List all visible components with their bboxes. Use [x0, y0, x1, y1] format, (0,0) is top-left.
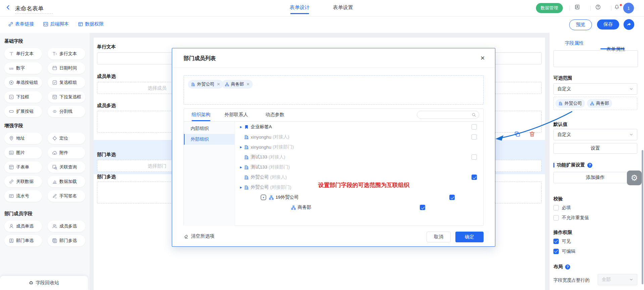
default-value-select[interactable]: 自定义: [553, 129, 637, 140]
close-icon[interactable]: ✕: [480, 55, 485, 62]
caret-right-icon[interactable]: ▶: [239, 126, 243, 129]
field-item-dropdown[interactable]: 下拉框: [4, 91, 42, 103]
tree-row[interactable]: ▶ 企业标签A: [239, 122, 484, 132]
confirm-button[interactable]: 确定: [455, 232, 484, 242]
remove-tag-icon[interactable]: ✕: [246, 82, 250, 87]
tree-row[interactable]: ▼ 19外贸公司: [239, 192, 484, 202]
field-width-select[interactable]: 全部: [598, 274, 637, 285]
field-item-address[interactable]: 地址: [4, 133, 42, 144]
field-item-single-line-text[interactable]: 单行文本: [4, 48, 42, 59]
contacts-icon[interactable]: [575, 4, 580, 10]
caret-right-icon[interactable]: ▶: [239, 146, 243, 149]
add-action-button[interactable]: 添加操作: [553, 172, 637, 183]
tag-label: 商务部: [596, 100, 609, 106]
avatar[interactable]: 1: [623, 3, 634, 13]
checkbox[interactable]: [553, 215, 559, 221]
field-item-number[interactable]: 123数字: [4, 62, 42, 74]
selected-tag-company[interactable]: 外贸公司✕: [188, 80, 223, 89]
field-item-image[interactable]: 图片: [4, 147, 42, 158]
tree-checkbox[interactable]: [472, 134, 477, 140]
panel-scrollbar[interactable]: [642, 150, 643, 284]
field-item-radio-group[interactable]: 单选按钮组: [4, 77, 42, 88]
clear-selection-button[interactable]: 清空所选项: [184, 233, 214, 239]
form-toolbar: 表单链接 后端脚本 数据权限 预览 保存: [0, 16, 644, 33]
search-input[interactable]: [417, 111, 479, 119]
field-item-dropdown-multi[interactable]: 下拉复选框: [48, 91, 85, 103]
field-item-signature[interactable]: 手写签名: [48, 190, 85, 202]
tab-form-design[interactable]: 表单设计: [290, 4, 310, 11]
delete-field-icon[interactable]: [529, 131, 535, 137]
checkbox[interactable]: [553, 239, 559, 244]
caret-right-icon[interactable]: ▶: [239, 166, 243, 169]
form-title[interactable]: 未命名表单: [15, 5, 44, 12]
tab-external-contacts[interactable]: 外部联系人: [225, 112, 248, 118]
help-icon[interactable]: [595, 4, 601, 10]
help-circle-icon[interactable]: ?: [565, 264, 570, 270]
caret-expanded-icon[interactable]: ▼: [261, 195, 266, 200]
field-item-checkbox-group[interactable]: 复选框组: [48, 77, 85, 88]
range-tag-dept[interactable]: 商务部: [587, 99, 612, 108]
field-item-multi-line-text[interactable]: 多行文本: [48, 48, 85, 59]
editable-checkbox-row[interactable]: 可编辑: [553, 248, 576, 254]
field-item-link-query[interactable]: 关联查询: [48, 161, 85, 173]
field-item-link-data[interactable]: 关联数据: [4, 176, 42, 187]
help-circle-icon[interactable]: ?: [587, 163, 592, 168]
tree-checkbox[interactable]: [449, 195, 455, 200]
gear-settings-button[interactable]: ⚙: [627, 171, 642, 185]
backend-script-button[interactable]: 后端脚本: [43, 21, 69, 27]
form-link-button[interactable]: 表单链接: [8, 21, 34, 27]
field-item-divider[interactable]: 分割线: [48, 106, 85, 117]
data-permission-button[interactable]: 数据权限: [78, 21, 104, 27]
tree-checkbox[interactable]: [420, 205, 425, 210]
range-tag-company[interactable]: 外贸公司: [555, 99, 585, 108]
field-item-attachment[interactable]: 附件: [48, 147, 85, 158]
field-item-locate[interactable]: 定位: [48, 133, 85, 144]
field-item-serial-number[interactable]: 流水号: [4, 190, 42, 202]
back-icon[interactable]: [5, 5, 11, 10]
field-item-member-single[interactable]: 成员单选: [4, 221, 42, 232]
set-default-button[interactable]: 设置: [553, 143, 637, 154]
tree-row[interactable]: ▶ xinyonghu(对接部门): [239, 142, 484, 152]
no-duplicate-checkbox-row[interactable]: 不允许重复值: [553, 215, 589, 221]
tree-row[interactable]: ▶ 测试133(对接部门): [239, 162, 484, 172]
selected-tag-dept[interactable]: 商务部✕: [222, 80, 253, 89]
field-item-datetime[interactable]: 日期时间: [48, 62, 85, 74]
list-item-internal-org[interactable]: 内部组织: [184, 123, 235, 134]
tree-checkbox[interactable]: [472, 154, 477, 160]
field-item-member-multi[interactable]: 成员多选: [48, 221, 85, 232]
tree-row[interactable]: 商务部: [239, 202, 484, 212]
tab-org-structure[interactable]: 组织架构: [192, 112, 210, 118]
copy-field-icon[interactable]: [514, 131, 521, 137]
bell-icon[interactable]: [614, 4, 620, 10]
caret-right-icon[interactable]: ▶: [239, 186, 243, 189]
tree-row[interactable]: ▶ xinyonghu(对接人): [239, 132, 484, 142]
field-item-subform[interactable]: 子表单: [4, 161, 42, 173]
optional-range-tags-box[interactable]: 外贸公司 商务部: [553, 97, 637, 110]
save-button[interactable]: 保存: [597, 19, 619, 30]
checkbox[interactable]: [553, 249, 559, 254]
preview-button[interactable]: 预览: [569, 19, 592, 30]
tab-form-settings[interactable]: 表单设置: [333, 4, 353, 11]
field-item-dept-single[interactable]: 部门单选: [4, 235, 42, 246]
tree-checkbox[interactable]: [472, 175, 477, 180]
field-item-dept-multi[interactable]: 部门多选: [48, 235, 85, 246]
cancel-button[interactable]: 取消: [427, 232, 451, 242]
optional-range-select[interactable]: 自定义: [553, 83, 637, 95]
list-item-external-org[interactable]: 外部组织: [184, 134, 235, 145]
field-note-input[interactable]: [553, 50, 638, 67]
field-item-data-load[interactable]: 数据加载: [48, 176, 85, 187]
tree-checkbox[interactable]: [472, 124, 477, 130]
remove-tag-icon[interactable]: ✕: [217, 82, 220, 87]
data-manage-button[interactable]: 数据管理: [536, 3, 563, 13]
field-item-extend-button[interactable]: 扩展按钮: [4, 106, 42, 117]
field-recycle-bin[interactable]: ♻字段回收站: [0, 276, 88, 290]
checkbox[interactable]: [553, 205, 559, 210]
tab-field-properties[interactable]: 字段属性: [565, 40, 644, 46]
selected-items-box[interactable]: 外贸公司✕ 商务部✕: [184, 75, 484, 105]
share-button[interactable]: [624, 19, 634, 30]
required-checkbox-row[interactable]: 必填: [553, 205, 571, 211]
visible-checkbox-row[interactable]: 可见: [553, 238, 571, 244]
tree-row[interactable]: ▶ 测试133(对接人): [239, 152, 484, 162]
tree-row[interactable]: ▶ 外贸公司(对接人): [239, 172, 484, 182]
tab-dynamic-params[interactable]: 动态参数: [265, 112, 284, 118]
